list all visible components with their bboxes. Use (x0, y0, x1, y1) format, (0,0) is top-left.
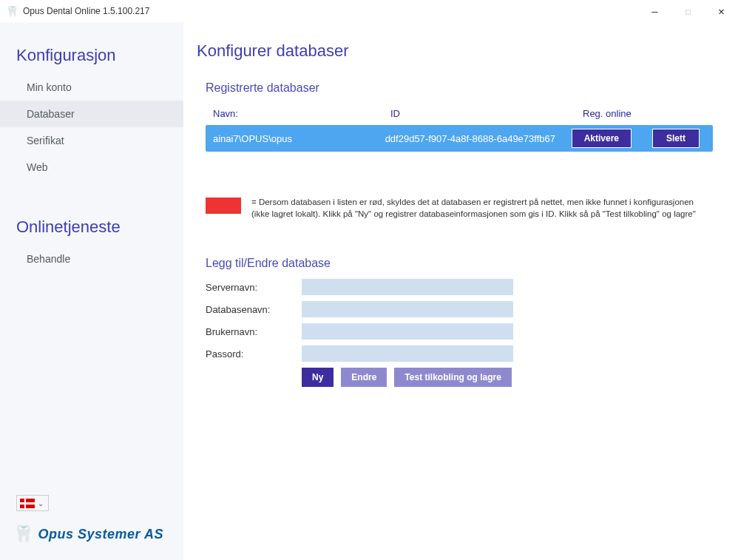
sidebar-item-databases[interactable]: Databaser (0, 101, 183, 127)
flag-icon (20, 499, 35, 508)
brand-text: Opus Systemer AS (38, 527, 163, 542)
table-row[interactable]: ainai7\OPUS\opus ddf29d57-f907-4a8f-8688… (206, 125, 713, 152)
label-db: Databasenavn: (206, 304, 302, 315)
maximize-button[interactable]: ☐ (671, 0, 705, 22)
main-content: Konfigurer databaser Registrerte databas… (183, 22, 738, 560)
page-title: Konfigurer databaser (197, 41, 713, 61)
table-header: Navn: ID Reg. online (206, 104, 713, 125)
label-server: Servernavn: (206, 282, 302, 293)
database-form: Servernavn: Databasenavn: Brukernavn: Pa… (206, 279, 713, 387)
language-selector[interactable]: ⌄ (16, 495, 49, 511)
sidebar-item-certificate[interactable]: Serifikat (0, 127, 183, 154)
database-table: Navn: ID Reg. online ainai7\OPUS\opus dd… (206, 104, 713, 152)
sidebar: Konfigurasjon Min konto Databaser Serifi… (0, 22, 183, 560)
col-name: Navn: (213, 108, 390, 119)
section-registered: Registrerte databaser (206, 81, 713, 95)
server-input[interactable] (302, 279, 513, 295)
legend-text: = Dersom databasen i listen er rød, skyl… (251, 196, 710, 220)
sidebar-section-config: Konfigurasjon (0, 38, 183, 74)
sidebar-item-account[interactable]: Min konto (0, 74, 183, 101)
delete-button[interactable]: Slett (652, 129, 700, 148)
brand-footer: 🦷 Opus Systemer AS (0, 524, 183, 560)
brand-icon: 🦷 (13, 524, 34, 544)
window-title: Opus Dental Online 1.5.100.217 (23, 6, 149, 16)
section-edit: Legg til/Endre database (206, 257, 713, 270)
col-reg: Reg. online (583, 108, 705, 119)
sidebar-item-web[interactable]: Web (0, 154, 183, 181)
database-input[interactable] (302, 301, 513, 317)
col-id: ID (390, 108, 583, 119)
close-button[interactable]: ✕ (705, 0, 738, 22)
sidebar-section-online: Onlinetjeneste (0, 210, 183, 246)
titlebar: 🦷 Opus Dental Online 1.5.100.217 — ☐ ✕ (0, 0, 738, 22)
legend: = Dersom databasen i listen er rød, skyl… (206, 196, 713, 220)
label-user: Brukernavn: (206, 326, 302, 337)
username-input[interactable] (302, 323, 513, 340)
activate-button[interactable]: Aktivere (572, 129, 632, 148)
password-input[interactable] (302, 345, 513, 362)
app-icon: 🦷 (6, 5, 18, 17)
row-id: ddf29d57-f907-4a8f-8688-6a49e73ffb67 (385, 133, 572, 144)
minimize-button[interactable]: — (638, 0, 671, 22)
new-button[interactable]: Ny (302, 368, 334, 387)
chevron-down-icon: ⌄ (38, 499, 44, 507)
sidebar-item-behandle[interactable]: Behandle (0, 246, 183, 272)
edit-button[interactable]: Endre (341, 368, 387, 387)
label-pass: Passord: (206, 348, 302, 360)
legend-swatch (206, 198, 241, 214)
row-name: ainai7\OPUS\opus (213, 133, 385, 144)
test-save-button[interactable]: Test tilkobling og lagre (394, 368, 511, 387)
